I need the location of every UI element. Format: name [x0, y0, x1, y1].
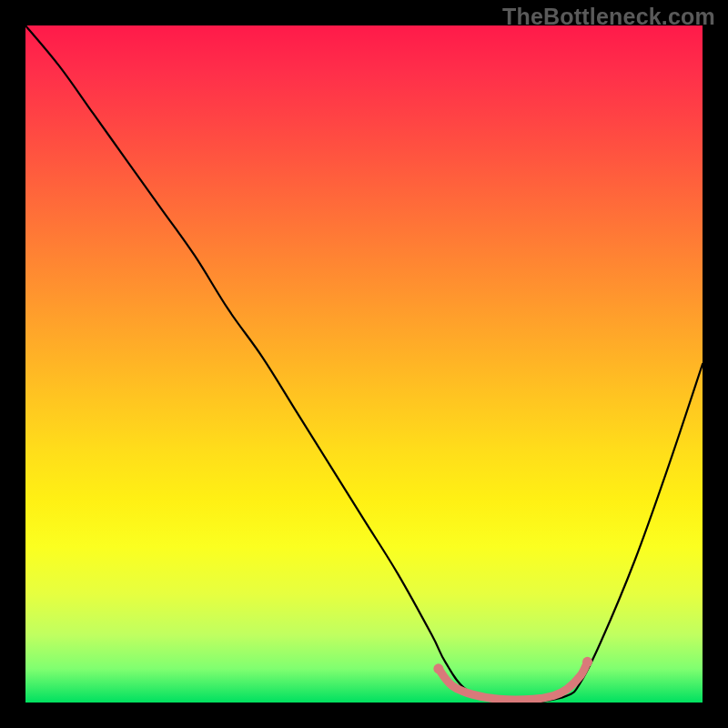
band-end-right: [582, 657, 592, 667]
bottleneck-curve: [25, 25, 703, 703]
optimal-band: [439, 662, 588, 700]
curve-layer: [25, 25, 703, 703]
plot-area: [25, 25, 703, 703]
band-end-left: [433, 663, 443, 673]
chart-container: TheBottleneck.com: [0, 0, 728, 728]
